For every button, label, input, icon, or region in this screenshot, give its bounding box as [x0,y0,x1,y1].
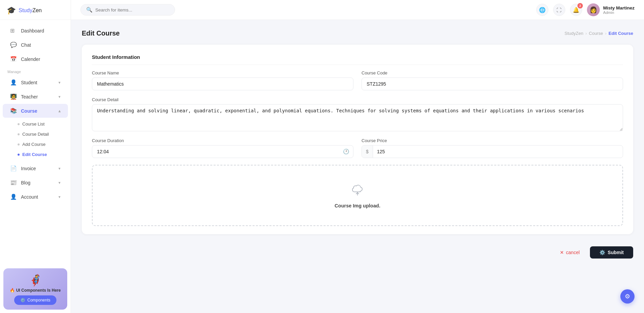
course-name-input[interactable] [92,77,353,90]
user-info[interactable]: 👩 Misty Martinez Admin [587,3,635,16]
promo-btn-label: Components [27,298,50,303]
chevron-down-icon: ▾ [58,166,60,171]
sidebar-item-label: Student [21,80,37,85]
logo-text: StudyZen [19,7,42,14]
page-header: Edit Course StudyZen › Course › Edit Cou… [82,29,633,37]
page-title: Edit Course [82,29,120,37]
course-price-input[interactable] [373,146,623,158]
main-content: 🔍 🌐 ⛶ 🔔 2 👩 Misty Martinez Admin [71,0,644,313]
submit-button[interactable]: ⚙️ Submit [590,246,633,259]
chat-icon: 💬 [10,42,17,48]
promo-btn-icon: ⚙️ [20,298,25,303]
submit-icon: ⚙️ [599,250,605,255]
sub-nav-label: Edit Course [22,152,47,157]
course-price-label: Course Price [362,138,623,143]
price-input-wrapper: $ [362,145,623,158]
course-detail-label: Course Detail [92,97,623,102]
fab-icon: ⚙ [625,293,630,300]
breadcrumb-studyzen: StudyZen [565,31,584,36]
course-submenu: Course List Course Detail Add Course Edi… [0,118,71,161]
expand-icon: ⛶ [556,7,562,13]
sidebar-item-dashboard[interactable]: ⊞ Dashboard [3,24,68,38]
promo-button[interactable]: ⚙️ Components [14,295,56,305]
sidebar-item-invoice[interactable]: 📄 Invoice ▾ [3,161,68,175]
upload-area[interactable]: Course Img upload. [92,165,623,226]
sidebar-item-edit-course[interactable]: Edit Course [14,150,68,159]
sidebar-nav: ⊞ Dashboard 💬 Chat 📅 Calender Manage 👤 S… [0,20,71,265]
form-group-course-code: Course Code [362,70,623,90]
calendar-icon: 📅 [10,56,17,62]
form-row-name-code: Course Name Course Code [92,70,623,90]
dollar-sign: $ [362,146,373,158]
sidebar-item-label: Calender [21,57,40,62]
sidebar-item-course[interactable]: 📚 Course ▴ [3,104,68,118]
fab-button[interactable]: ⚙ [620,289,635,304]
notification-button[interactable]: 🔔 2 [570,4,582,16]
cancel-icon: ✕ [560,250,564,255]
cancel-label: cancel [566,250,579,255]
course-detail-textarea[interactable]: Understanding and solving linear, quadra… [92,104,623,131]
course-duration-input[interactable] [92,145,353,158]
search-icon: 🔍 [86,7,93,13]
clock-icon: 🕐 [343,149,349,155]
form-actions: ✕ cancel ⚙️ Submit [82,241,633,260]
breadcrumb-course: Course [589,31,603,36]
form-group-price: Course Price $ [362,138,623,158]
cancel-button[interactable]: ✕ cancel [554,247,585,258]
dashboard-icon: ⊞ [10,27,17,34]
manage-section-label: Manage [0,66,71,75]
search-input[interactable] [95,7,169,13]
blog-icon: 📰 [10,179,17,186]
sidebar-item-blog[interactable]: 📰 Blog ▾ [3,176,68,189]
logo-area: 🎓 StudyZen [0,0,71,20]
sidebar-item-course-detail[interactable]: Course Detail [14,129,68,139]
logo-zen: Zen [32,7,42,13]
account-icon: 👤 [10,194,17,200]
sidebar-item-label: Account [21,194,38,200]
form-group-course-name: Course Name [92,70,353,90]
sidebar-item-teacher[interactable]: 🧑‍🏫 Teacher ▾ [3,90,68,104]
breadcrumb-sep: › [605,31,606,36]
chevron-down-icon: ▾ [58,94,60,99]
edit-course-card: Student Information Course Name Course C… [82,45,633,234]
invoice-icon: 📄 [10,165,17,172]
course-code-input[interactable] [362,77,623,90]
teacher-icon: 🧑‍🏫 [10,93,17,100]
translate-button[interactable]: 🌐 [536,4,548,16]
sidebar-item-chat[interactable]: 💬 Chat [3,38,68,52]
chevron-down-icon: ▾ [58,80,60,85]
search-bar[interactable]: 🔍 [80,4,175,16]
course-name-label: Course Name [92,70,353,75]
promo-banner: 🦸 🔥 UI Components Is Here ⚙️ Components [3,268,67,310]
form-row-duration-price: Course Duration 🕐 Course Price $ [92,138,623,158]
promo-emoji: 🦸 [8,274,63,287]
chevron-up-icon: ▴ [58,109,60,113]
breadcrumb: StudyZen › Course › Edit Course [565,31,633,36]
page-area: Edit Course StudyZen › Course › Edit Cou… [71,20,644,313]
user-name: Misty Martinez [603,5,635,10]
promo-title-text: UI Components Is Here [16,288,61,293]
dot-active-icon [18,154,20,156]
avatar: 👩 [587,3,600,16]
sidebar-item-student[interactable]: 👤 Student ▾ [3,75,68,89]
translate-icon: 🌐 [539,7,546,13]
submit-label: Submit [608,250,624,255]
sidebar-item-calendar[interactable]: 📅 Calender [3,52,68,66]
header-actions: 🌐 ⛶ 🔔 2 👩 Misty Martinez Admin [536,3,635,16]
breadcrumb-edit-course: Edit Course [609,31,633,36]
dot-icon [18,133,20,135]
sidebar-item-label: Invoice [21,166,36,171]
chevron-down-icon: ▾ [58,180,60,185]
expand-button[interactable]: ⛶ [553,4,565,16]
sub-nav-label: Course Detail [22,132,49,137]
header: 🔍 🌐 ⛶ 🔔 2 👩 Misty Martinez Admin [71,0,644,20]
upload-icon [349,182,366,199]
sub-nav-label: Course List [22,121,45,127]
sidebar-item-account[interactable]: 👤 Account ▾ [3,190,68,204]
sidebar-item-course-list[interactable]: Course List [14,119,68,129]
sidebar-item-add-course[interactable]: Add Course [14,139,68,149]
course-icon: 📚 [10,108,17,114]
course-duration-label: Course Duration [92,138,353,143]
logo-icon: 🎓 [7,6,16,15]
sub-nav-label: Add Course [22,142,46,147]
